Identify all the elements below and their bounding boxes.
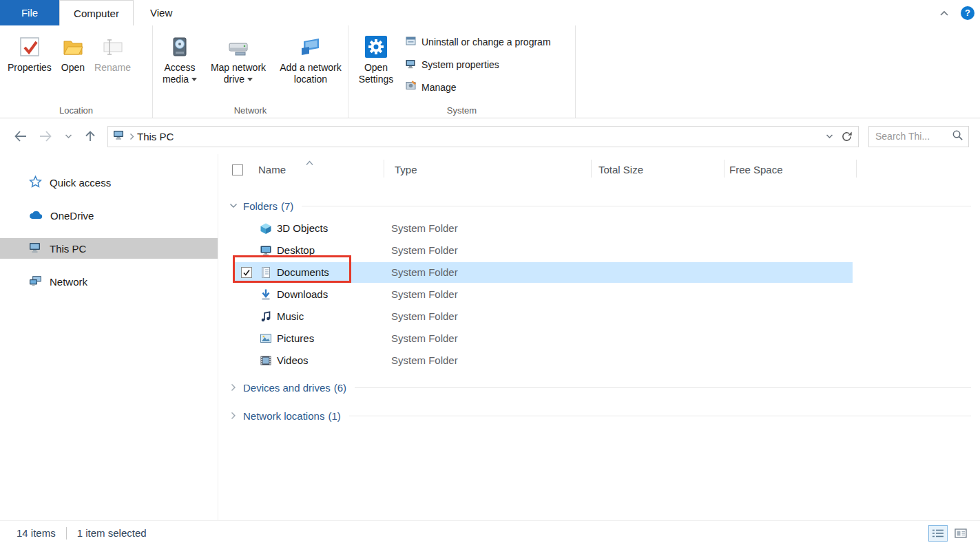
- column-divider[interactable]: [591, 160, 592, 178]
- tab-computer[interactable]: Computer: [59, 0, 134, 25]
- thumbnails-view-button[interactable]: [951, 525, 970, 542]
- row-3d-objects[interactable]: 3D Objects System Folder: [218, 217, 980, 239]
- onedrive-cloud-icon: [29, 210, 43, 222]
- group-header-folders[interactable]: Folders (7): [218, 194, 980, 217]
- properties-button[interactable]: Properties: [3, 25, 56, 74]
- open-settings-label: Open Settings: [356, 62, 396, 85]
- group-count: (1): [328, 410, 340, 422]
- group-header-devices-and-drives[interactable]: Devices and drives (6): [218, 378, 980, 396]
- rename-label: Rename: [94, 62, 131, 74]
- chevron-right-icon[interactable]: [229, 383, 238, 392]
- item-name[interactable]: Music: [277, 310, 304, 322]
- item-name[interactable]: Videos: [277, 354, 309, 366]
- item-name[interactable]: Desktop: [277, 244, 315, 256]
- open-settings-button[interactable]: Open Settings: [351, 25, 401, 85]
- column-header-name[interactable]: Name: [258, 164, 286, 175]
- access-media-label: Access media: [160, 62, 199, 85]
- item-type: System Folder: [391, 310, 458, 322]
- uninstall-program-button[interactable]: Uninstall or change a program: [405, 35, 551, 49]
- address-box[interactable]: This PC: [107, 126, 859, 147]
- sidebar-item-onedrive[interactable]: OneDrive: [0, 205, 218, 226]
- tab-file[interactable]: File: [0, 0, 59, 25]
- open-button[interactable]: Open: [56, 25, 90, 74]
- add-network-location-label: Add a network location: [278, 62, 344, 85]
- column-divider[interactable]: [724, 160, 724, 178]
- open-folder-icon: [62, 36, 84, 62]
- quick-access-star-icon: [29, 175, 42, 190]
- properties-label: Properties: [8, 62, 52, 74]
- breadcrumb-this-pc[interactable]: This PC: [137, 131, 174, 142]
- location-group-label: Location: [0, 105, 152, 116]
- group-header-network-locations[interactable]: Network locations (1): [218, 407, 980, 425]
- column-divider[interactable]: [384, 160, 384, 178]
- item-name[interactable]: Downloads: [277, 288, 328, 300]
- sidebar-item-quick-access[interactable]: Quick access: [0, 172, 218, 193]
- map-network-drive-icon: [227, 36, 249, 62]
- collapse-ribbon-icon[interactable]: [937, 8, 951, 19]
- annotation-highlight-box: [233, 255, 351, 283]
- row-music[interactable]: Music System Folder: [218, 306, 980, 328]
- ribbon-group-network: Access media Map network drive Add a net…: [153, 25, 348, 118]
- rename-icon: [102, 36, 124, 62]
- item-name[interactable]: 3D Objects: [277, 222, 328, 234]
- system-properties-icon: [405, 58, 417, 72]
- manage-label: Manage: [421, 82, 457, 93]
- group-divider-line: [302, 206, 971, 206]
- column-header-type[interactable]: Type: [395, 164, 417, 175]
- add-network-location-button[interactable]: Add a network location: [273, 25, 348, 85]
- up-button[interactable]: [81, 129, 99, 143]
- dropdown-caret-icon: [247, 78, 253, 81]
- ribbon-tabstrip: File Computer View ?: [0, 0, 980, 25]
- search-box[interactable]: [868, 126, 969, 147]
- sidebar-label-this-pc: This PC: [50, 243, 86, 255]
- downloads-icon: [260, 288, 272, 303]
- row-pictures[interactable]: Pictures System Folder: [218, 328, 980, 350]
- sidebar-item-this-pc[interactable]: This PC: [0, 238, 218, 259]
- manage-button[interactable]: Manage: [405, 81, 551, 94]
- row-downloads[interactable]: Downloads System Folder: [218, 284, 980, 306]
- system-properties-label: System properties: [421, 59, 499, 70]
- group-label: Folders: [243, 200, 278, 212]
- item-type: System Folder: [391, 288, 458, 300]
- add-network-location-icon: [300, 36, 322, 62]
- this-pc-small-icon: [113, 130, 125, 143]
- system-group-label: System: [348, 105, 575, 116]
- item-type: System Folder: [391, 354, 458, 366]
- item-name[interactable]: Pictures: [277, 332, 314, 344]
- properties-icon: [19, 36, 41, 62]
- group-divider-line: [349, 416, 971, 416]
- chevron-down-icon[interactable]: [229, 203, 238, 209]
- file-explorer-window: File Computer View ? Properties Open: [0, 0, 980, 545]
- sidebar-label-onedrive: OneDrive: [50, 210, 94, 222]
- group-count: (7): [281, 200, 293, 212]
- sort-ascending-icon: [305, 156, 314, 168]
- address-bar: This PC: [0, 118, 980, 154]
- selected-count: 1 item selected: [77, 527, 147, 539]
- refresh-icon[interactable]: [838, 127, 855, 146]
- navigation-pane: Quick access OneDrive This PC Network: [0, 154, 218, 520]
- group-divider-line: [355, 387, 971, 388]
- sidebar-item-network[interactable]: Network: [0, 271, 218, 292]
- uninstall-label: Uninstall or change a program: [421, 36, 551, 47]
- search-input[interactable]: [874, 130, 952, 142]
- file-list: Name Type Total Size Free Space Folders …: [218, 154, 980, 520]
- manage-icon: [405, 81, 417, 94]
- music-icon: [260, 310, 272, 325]
- tab-view[interactable]: View: [134, 0, 189, 25]
- back-button[interactable]: [11, 129, 30, 143]
- recent-locations-dropdown[interactable]: [61, 133, 76, 139]
- column-header-free-space[interactable]: Free Space: [729, 164, 783, 175]
- chevron-right-icon[interactable]: [229, 412, 238, 420]
- column-divider[interactable]: [856, 160, 857, 178]
- address-dropdown-icon[interactable]: [821, 127, 838, 146]
- row-videos[interactable]: Videos System Folder: [218, 350, 980, 372]
- map-network-drive-button[interactable]: Map network drive: [204, 25, 273, 85]
- details-view-button[interactable]: [928, 525, 948, 542]
- column-header-total-size[interactable]: Total Size: [598, 164, 643, 175]
- select-all-checkbox[interactable]: [232, 164, 243, 175]
- main-area: Quick access OneDrive This PC Network: [0, 154, 980, 520]
- help-icon[interactable]: ?: [961, 6, 974, 20]
- search-icon[interactable]: [952, 129, 963, 144]
- access-media-button[interactable]: Access media: [156, 25, 204, 85]
- system-properties-button[interactable]: System properties: [405, 58, 551, 72]
